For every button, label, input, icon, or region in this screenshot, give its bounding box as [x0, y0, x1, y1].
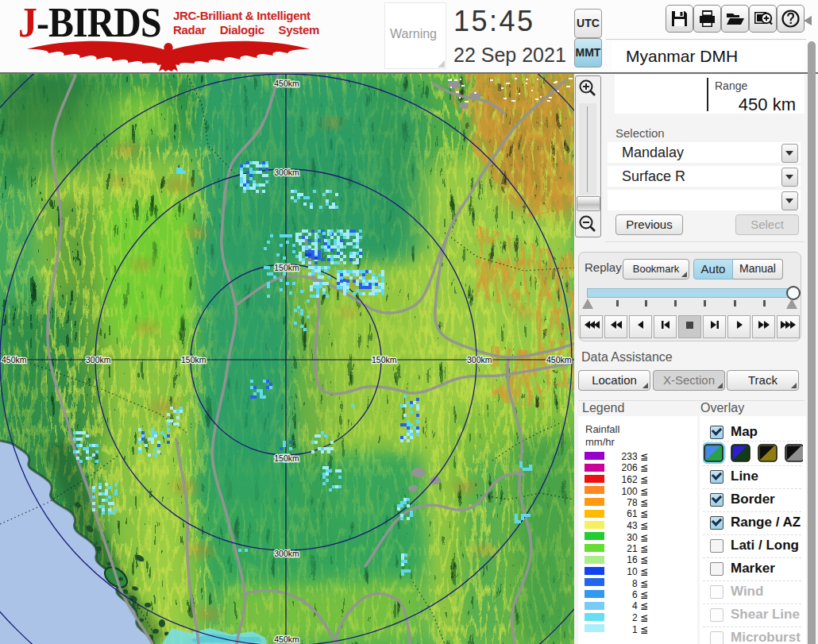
svg-text:300km: 300km — [274, 168, 299, 177]
svg-text:150km: 150km — [372, 355, 397, 364]
svg-text:300km: 300km — [467, 355, 492, 364]
svg-text:450km: 450km — [274, 79, 299, 88]
svg-text:150km: 150km — [181, 355, 206, 364]
svg-text:300km: 300km — [274, 549, 299, 558]
svg-text:450km: 450km — [546, 355, 572, 364]
svg-text:450km: 450km — [274, 634, 299, 644]
svg-text:450km: 450km — [2, 355, 27, 364]
svg-text:300km: 300km — [86, 355, 111, 364]
svg-text:150km: 150km — [274, 263, 299, 272]
svg-text:150km: 150km — [274, 453, 299, 463]
